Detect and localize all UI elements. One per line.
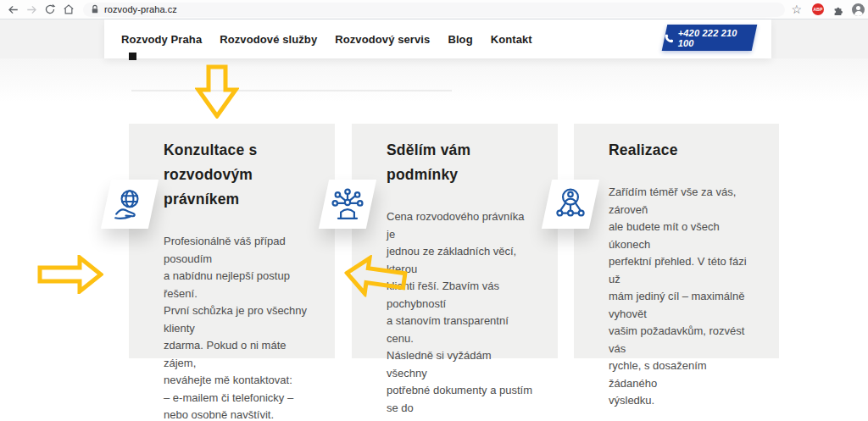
annotation-arrow-left-icon [342, 252, 409, 302]
card-body: Profesionálně váš případ posoudím a nabí… [164, 233, 311, 421]
main-nav: Rozvody Praha Rozvodové služby Rozvodový… [104, 33, 532, 46]
forward-arrow-icon [25, 3, 38, 16]
screen: rozvody-praha.cz ☆ ABP Rozvody Praha Roz… [0, 0, 868, 421]
card-title: Sdělím vám podmínky [387, 138, 534, 187]
back-button[interactable] [3, 0, 22, 19]
phone-button-content: +420 222 210 100 [665, 28, 754, 48]
phone-call-button[interactable]: +420 222 210 100 [662, 25, 758, 51]
card-title: Realizace [609, 138, 755, 163]
card-konzultace: Konzultace s rozvodovým právníkem Profes… [129, 124, 335, 358]
home-icon [63, 3, 75, 15]
home-button[interactable] [59, 0, 78, 19]
delegation-icon [554, 187, 587, 221]
puzzle-icon [832, 4, 843, 15]
url-text: rozvody-praha.cz [104, 4, 177, 14]
nav-rozvodovy-servis[interactable]: Rozvodový servis [335, 33, 430, 46]
avatar-body [854, 11, 863, 16]
browser-toolbar: rozvody-praha.cz ☆ ABP [0, 0, 868, 19]
back-arrow-icon [7, 3, 19, 16]
profile-avatar[interactable] [852, 3, 865, 16]
annotation-arrow-down-icon [195, 64, 239, 119]
person-network-icon [331, 187, 364, 221]
section-divider [131, 90, 452, 91]
logo-fragment [129, 53, 136, 60]
page-fade-band [0, 58, 868, 102]
avatar-head [856, 6, 860, 10]
nav-rozvody-praha[interactable]: Rozvody Praha [121, 33, 202, 46]
nav-rozvodove-sluzby[interactable]: Rozvodové služby [220, 33, 317, 46]
toolbar-right: ☆ ABP [791, 3, 865, 16]
reload-button[interactable] [41, 0, 59, 19]
phone-number-label: +420 222 210 100 [678, 28, 754, 48]
lock-icon [91, 4, 99, 14]
reload-icon [44, 3, 56, 15]
bookmark-star-icon[interactable]: ☆ [791, 3, 802, 15]
nav-kontakt[interactable]: Kontakt [491, 33, 532, 46]
nav-blog[interactable]: Blog [448, 33, 472, 46]
address-bar[interactable]: rozvody-praha.cz [83, 3, 785, 17]
card-realizace: Realizace Zařídím téměř vše za vás, záro… [574, 124, 779, 358]
forward-button[interactable] [22, 0, 41, 19]
card-title: Konzultace s rozvodovým právníkem [164, 138, 311, 212]
card-body: Cena rozvodového právníka je jednou ze z… [387, 208, 534, 421]
card-body: Zařídím téměř vše za vás, zároveň ale bu… [609, 184, 755, 410]
card-podminky: Sdělím vám podmínky Cena rozvodového prá… [352, 124, 558, 358]
extensions-puzzle-icon[interactable] [832, 4, 843, 15]
annotation-arrow-right-icon [37, 255, 103, 294]
globe-in-hand-icon [113, 187, 147, 221]
phone-handset-icon [665, 33, 674, 42]
site-header: Rozvody Praha Rozvodové služby Rozvodový… [104, 19, 771, 58]
adblock-extension-icon[interactable]: ABP [812, 3, 824, 15]
